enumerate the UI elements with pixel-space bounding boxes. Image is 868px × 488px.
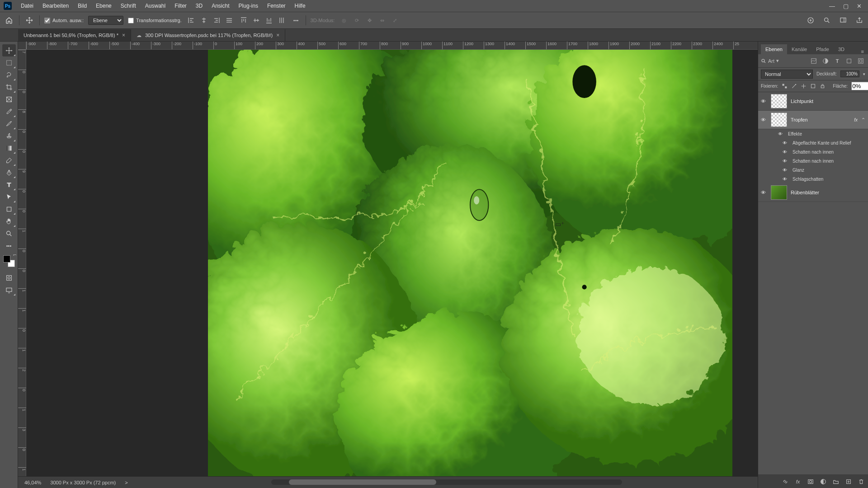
menu-image[interactable]: Bild bbox=[73, 1, 91, 11]
layer-group-icon[interactable] bbox=[832, 478, 840, 486]
document-dimensions[interactable]: 3000 Px x 3000 Px (72 ppcm) bbox=[50, 480, 116, 485]
fx-badge[interactable]: fx bbox=[854, 117, 858, 122]
visibility-icon[interactable]: 👁 bbox=[783, 177, 789, 182]
filter-pixel-icon[interactable] bbox=[809, 56, 818, 66]
menu-type[interactable]: Schrift bbox=[116, 1, 141, 11]
crop-tool[interactable] bbox=[2, 81, 16, 93]
lock-transparency-icon[interactable] bbox=[782, 82, 788, 90]
layer-name[interactable]: Lichtpunkt bbox=[791, 99, 865, 104]
menu-select[interactable]: Auswahl bbox=[141, 1, 170, 11]
document-tab[interactable]: Unbenannt-1 bei 50,6% (Tropfen, RGB/8) *… bbox=[18, 29, 131, 41]
close-icon[interactable]: × bbox=[276, 32, 279, 38]
filter-adjust-icon[interactable] bbox=[821, 56, 830, 66]
opacity-input[interactable] bbox=[840, 70, 859, 77]
filter-shape-icon[interactable] bbox=[844, 56, 854, 66]
shape-tool[interactable] bbox=[2, 203, 16, 215]
menu-filter[interactable]: Filter bbox=[170, 1, 191, 11]
new-layer-icon[interactable] bbox=[844, 478, 853, 486]
path-select-tool[interactable] bbox=[2, 191, 16, 203]
frame-tool[interactable] bbox=[2, 93, 16, 105]
gradient-tool[interactable] bbox=[2, 142, 16, 154]
swap-colors-icon[interactable]: ⤺ bbox=[13, 253, 17, 257]
window-close-icon[interactable]: ✕ bbox=[857, 3, 862, 9]
quickmask-tool[interactable] bbox=[2, 272, 16, 284]
eyedropper-tool[interactable] bbox=[2, 105, 16, 117]
auto-select-checkbox[interactable]: Autom. ausw.: bbox=[44, 18, 84, 23]
brush-tool[interactable] bbox=[2, 117, 16, 130]
workspace-icon[interactable] bbox=[838, 15, 848, 25]
effects-header[interactable]: 👁 Effekte bbox=[758, 129, 868, 138]
layer-effect[interactable]: 👁Schatten nach innen bbox=[758, 147, 868, 156]
visibility-icon[interactable]: 👁 bbox=[761, 190, 767, 195]
foreground-color-swatch[interactable] bbox=[3, 255, 10, 263]
pen-tool[interactable] bbox=[2, 166, 16, 178]
align-left-icon[interactable] bbox=[186, 15, 196, 25]
layer-effect[interactable]: 👁Schatten nach innen bbox=[758, 156, 868, 165]
lock-position-icon[interactable] bbox=[801, 82, 807, 90]
layer-name[interactable]: Tropfen bbox=[791, 117, 850, 122]
tab-paths[interactable]: Pfade bbox=[811, 44, 834, 54]
fill-input[interactable] bbox=[851, 82, 868, 90]
filter-type-icon[interactable]: T bbox=[833, 56, 842, 66]
tab-3d[interactable]: 3D bbox=[834, 44, 849, 54]
ruler-horizontal[interactable]: -900-800-700-600-500-400-300-200-1000100… bbox=[26, 42, 758, 50]
more-align-icon[interactable]: ••• bbox=[291, 15, 301, 25]
menu-help[interactable]: Hilfe bbox=[290, 1, 310, 11]
visibility-icon[interactable]: 👁 bbox=[778, 131, 784, 136]
transform-controls-checkbox[interactable]: Transformationsstrg. bbox=[128, 18, 181, 23]
layer-filter-search[interactable]: Art ▾ bbox=[761, 58, 779, 64]
layer-effect[interactable]: 👁Glanz bbox=[758, 165, 868, 174]
chevron-down-icon[interactable]: ⌃ bbox=[861, 117, 865, 123]
ruler-origin[interactable] bbox=[18, 42, 26, 50]
align-top-icon[interactable] bbox=[239, 15, 249, 25]
edit-toolbar-icon[interactable]: ••• bbox=[2, 239, 16, 252]
menu-window[interactable]: Fenster bbox=[263, 1, 290, 11]
delete-layer-icon[interactable] bbox=[857, 478, 865, 486]
visibility-icon[interactable]: 👁 bbox=[783, 150, 789, 155]
move-tool[interactable] bbox=[2, 44, 16, 56]
share-icon[interactable] bbox=[854, 15, 864, 25]
status-chevron-icon[interactable]: > bbox=[125, 480, 127, 485]
visibility-icon[interactable]: 👁 bbox=[783, 159, 789, 164]
zoom-tool[interactable] bbox=[2, 227, 16, 239]
align-right-icon[interactable] bbox=[212, 15, 222, 25]
marquee-tool[interactable] bbox=[2, 56, 16, 69]
cloud-docs-icon[interactable] bbox=[806, 15, 816, 25]
lock-artboard-icon[interactable] bbox=[810, 82, 816, 90]
link-layers-icon[interactable] bbox=[781, 478, 789, 486]
visibility-icon[interactable]: 👁 bbox=[783, 168, 789, 173]
adjustment-layer-icon[interactable] bbox=[819, 478, 827, 486]
distribute-v-icon[interactable] bbox=[277, 15, 287, 25]
document-tab[interactable]: ☁ 300 DPI Wassertropfen.psdc bei 117% (T… bbox=[131, 29, 285, 41]
align-hcenter-icon[interactable] bbox=[199, 15, 209, 25]
align-vcenter-icon[interactable] bbox=[251, 15, 261, 25]
document-canvas[interactable]: ▭⁺ bbox=[208, 50, 732, 488]
auto-select-target-select[interactable]: Ebene bbox=[88, 16, 123, 25]
filter-smart-icon[interactable] bbox=[856, 56, 865, 66]
window-minimize-icon[interactable]: — bbox=[829, 3, 835, 9]
home-icon[interactable] bbox=[4, 15, 14, 26]
menu-layer[interactable]: Ebene bbox=[91, 1, 116, 11]
ruler-vertical[interactable]: 7008009001001101201301 bbox=[18, 50, 26, 476]
tab-channels[interactable]: Kanäle bbox=[787, 44, 811, 54]
layer-mask-icon[interactable] bbox=[807, 478, 815, 486]
layer-style-icon[interactable]: fx bbox=[794, 478, 802, 486]
menu-3d[interactable]: 3D bbox=[191, 1, 207, 11]
horizontal-scrollbar[interactable] bbox=[271, 479, 622, 485]
lock-pixels-icon[interactable] bbox=[791, 82, 797, 90]
layer-row[interactable]: 👁 Rübenblätter bbox=[758, 183, 868, 202]
chevron-down-icon[interactable]: ▾ bbox=[863, 72, 865, 76]
layer-effect[interactable]: 👁Schlagschatten bbox=[758, 174, 868, 183]
menu-plugins[interactable]: Plug-ins bbox=[234, 1, 263, 11]
close-icon[interactable]: × bbox=[122, 32, 125, 38]
type-tool[interactable] bbox=[2, 178, 16, 191]
layer-row[interactable]: 👁 Tropfen fx ⌃ bbox=[758, 111, 868, 129]
menu-file[interactable]: Datei bbox=[16, 1, 38, 11]
visibility-icon[interactable]: 👁 bbox=[761, 117, 767, 122]
hand-tool[interactable] bbox=[2, 215, 16, 227]
layer-thumbnail[interactable] bbox=[771, 94, 787, 108]
visibility-icon[interactable]: 👁 bbox=[761, 99, 767, 104]
layer-row[interactable]: 👁 Lichtpunkt bbox=[758, 92, 868, 111]
window-maximize-icon[interactable]: ▢ bbox=[843, 3, 849, 9]
zoom-level[interactable]: 46,04% bbox=[24, 480, 41, 485]
